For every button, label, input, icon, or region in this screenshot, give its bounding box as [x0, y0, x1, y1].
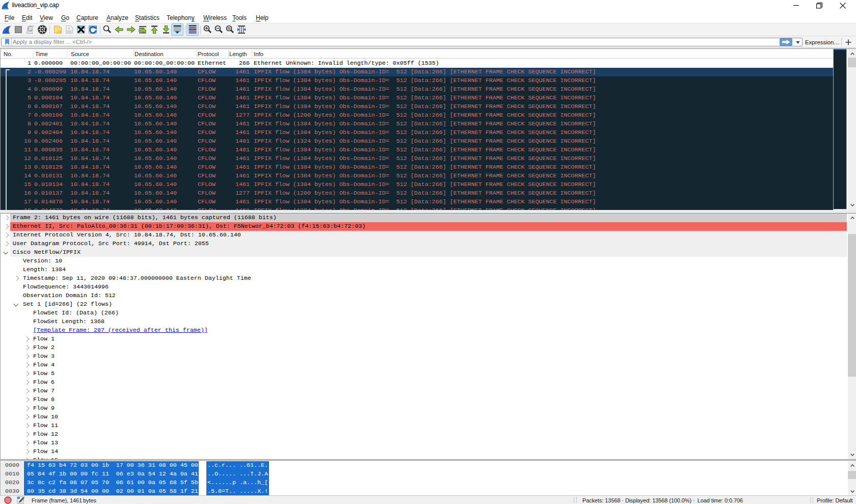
svg-text:010: 010 [67, 30, 71, 33]
